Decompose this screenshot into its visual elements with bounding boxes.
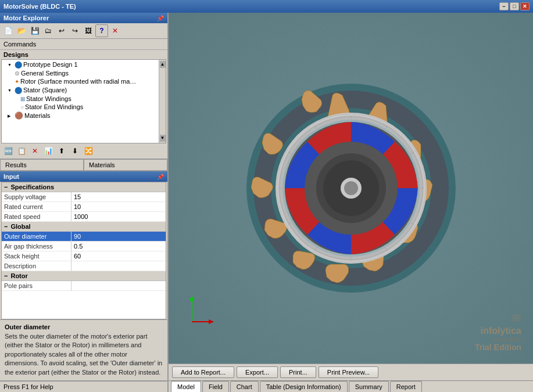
move-up-button[interactable]: ⬆ (55, 145, 68, 157)
prop-description[interactable]: Description (2, 261, 166, 271)
redo-button[interactable]: ↪ (69, 24, 81, 37)
save-as-button[interactable]: 🗂 (42, 24, 55, 37)
supply-voltage-label: Supply voltage (2, 192, 71, 202)
svg-point-23 (344, 181, 358, 195)
tree-item-materials[interactable]: 🟤 Materials (2, 111, 159, 120)
tree-item-rotor[interactable]: ✦ Rotor (Surface mounted with radial mag… (2, 77, 159, 85)
print-preview-button[interactable]: Print Preview... (319, 366, 378, 378)
group-rotor-toggle (4, 272, 9, 279)
tab-summary[interactable]: Summary (349, 381, 389, 392)
explorer-title: Motor Explorer (3, 15, 49, 21)
tab-bar: Model Field Chart Table (Design Informat… (169, 380, 533, 392)
delete-button[interactable]: ✕ (28, 145, 41, 157)
tab-field[interactable]: Field (202, 381, 229, 392)
tree-toolbar: 🆕 📋 ✕ 📊 ⬆ ⬇ 🔀 (0, 143, 167, 159)
undo-button[interactable]: ↩ (55, 24, 68, 37)
tree-label-endwindings: Stator End Windings (25, 103, 83, 110)
add-to-report-button[interactable]: Add to Report... (172, 366, 234, 378)
new-button[interactable]: 📄 (2, 24, 15, 37)
window-title: MotorSolve (BLDC - TE) (3, 3, 76, 10)
tree-view-scroll[interactable]: ⬤ Prototype Design 1 ⚙ General Settings … (2, 60, 159, 143)
group-global[interactable]: Global (2, 222, 166, 232)
desc-text: Sets the outer diameter of the motor's e… (5, 332, 163, 377)
endwindings-icon: ○ (20, 104, 24, 110)
expand-icon (8, 62, 13, 67)
air-gap-value[interactable]: 0.5 (71, 242, 166, 251)
close-button[interactable]: ✕ (520, 2, 530, 10)
close-doc-button[interactable]: ✕ (109, 24, 121, 37)
tree-scrollbar[interactable]: ▲ ▼ (159, 60, 166, 143)
sort-button[interactable]: 🔀 (82, 145, 95, 157)
prop-supply-voltage[interactable]: Supply voltage 15 (2, 192, 166, 202)
main-toolbar: 📄 📂 💾 🗂 ↩ ↪ 🖼 ? ✕ (0, 23, 167, 39)
minimize-button[interactable]: − (499, 2, 509, 10)
results-materials-bar: Results Materials (0, 159, 167, 171)
properties-button[interactable]: 📊 (42, 145, 55, 157)
status-bar: Press F1 for Help (0, 380, 167, 392)
pole-pairs-value[interactable] (71, 281, 166, 290)
rated-current-label: Rated current (2, 202, 71, 211)
global-label: Global (10, 223, 30, 230)
axis-svg (180, 293, 215, 328)
save-button[interactable]: 💾 (28, 24, 41, 37)
description-value[interactable] (71, 261, 166, 271)
rotor-icon: ✦ (15, 78, 19, 85)
motor-diagram (241, 78, 462, 299)
left-panel: Motor Explorer 📌 📄 📂 💾 🗂 ↩ ↪ 🖼 ? ✕ Comma… (0, 13, 169, 392)
watermark-company: infolytica (475, 326, 521, 336)
prototype-icon: ⬤ (15, 60, 22, 69)
group-specifications[interactable]: Specifications (2, 182, 166, 192)
add-design-button[interactable]: 🆕 (2, 145, 15, 157)
tab-model[interactable]: Model (171, 381, 201, 392)
group-rotor[interactable]: Rotor (2, 271, 166, 281)
results-button[interactable]: Results (0, 159, 84, 171)
tree-label-stator: Stator (Square) (23, 87, 67, 93)
pin-icon: 📌 (157, 15, 164, 21)
tree-item-stator[interactable]: ⬤ Stator (Square) (2, 85, 159, 95)
tab-chart[interactable]: Chart (230, 381, 259, 392)
prop-rated-speed[interactable]: Rated speed 1000 (2, 212, 166, 222)
move-down-button[interactable]: ⬇ (69, 145, 81, 157)
prop-air-gap[interactable]: Air gap thickness 0.5 (2, 242, 166, 251)
group-global-toggle (4, 223, 9, 230)
stator-expand-icon (8, 88, 13, 93)
tree-item-windings[interactable]: ⊞ Stator Windings (2, 95, 159, 103)
print-button[interactable]: Print... (280, 366, 316, 378)
prop-stack-height[interactable]: Stack height 60 (2, 251, 166, 261)
group-spec-toggle (4, 184, 9, 190)
input-table[interactable]: Specifications Supply voltage 15 Rated c… (1, 182, 166, 319)
open-button[interactable]: 📂 (15, 24, 28, 37)
export-button[interactable]: Export... (237, 366, 278, 378)
stack-height-value[interactable]: 60 (71, 251, 166, 261)
tab-report[interactable]: Report (390, 381, 422, 392)
materials-button[interactable]: Materials (84, 159, 167, 171)
rated-speed-value[interactable]: 1000 (71, 212, 166, 221)
outer-diameter-value[interactable]: 90 (71, 232, 166, 241)
status-text: Press F1 for Help (3, 383, 53, 390)
tree-item-general[interactable]: ⚙ General Settings (2, 69, 159, 77)
pole-pairs-label: Pole pairs (2, 281, 71, 290)
prop-outer-diameter[interactable]: Outer diameter 90 (2, 232, 166, 242)
supply-voltage-value[interactable]: 15 (71, 192, 166, 202)
maximize-button[interactable]: □ (510, 2, 519, 10)
tree-item-endwindings[interactable]: ○ Stator End Windings (2, 103, 159, 111)
tree-item-prototype[interactable]: ⬤ Prototype Design 1 (2, 60, 159, 69)
svg-marker-29 (209, 319, 214, 324)
spec-label: Specifications (10, 184, 54, 190)
copy-button[interactable]: 📋 (15, 145, 28, 157)
rotor-section-label: Rotor (10, 272, 27, 279)
commands-bar[interactable]: Commands (0, 39, 167, 50)
outer-diameter-label: Outer diameter (2, 232, 71, 241)
prop-rated-current[interactable]: Rated current 10 (2, 202, 166, 212)
prop-pole-pairs[interactable]: Pole pairs (2, 281, 166, 291)
tree-view-container: ⬤ Prototype Design 1 ⚙ General Settings … (1, 59, 166, 143)
watermark-edition: Trial Edition (475, 343, 521, 352)
input-header: Input 📌 (0, 171, 167, 182)
materials-expand-icon (8, 113, 13, 118)
help-button[interactable]: ? (95, 24, 108, 37)
image-button[interactable]: 🖼 (82, 24, 95, 37)
rated-current-value[interactable]: 10 (71, 202, 166, 211)
explorer-pin-icons: 📌 (157, 15, 164, 21)
window-controls: − □ ✕ (499, 2, 530, 10)
tab-table[interactable]: Table (Design Information) (260, 381, 348, 392)
